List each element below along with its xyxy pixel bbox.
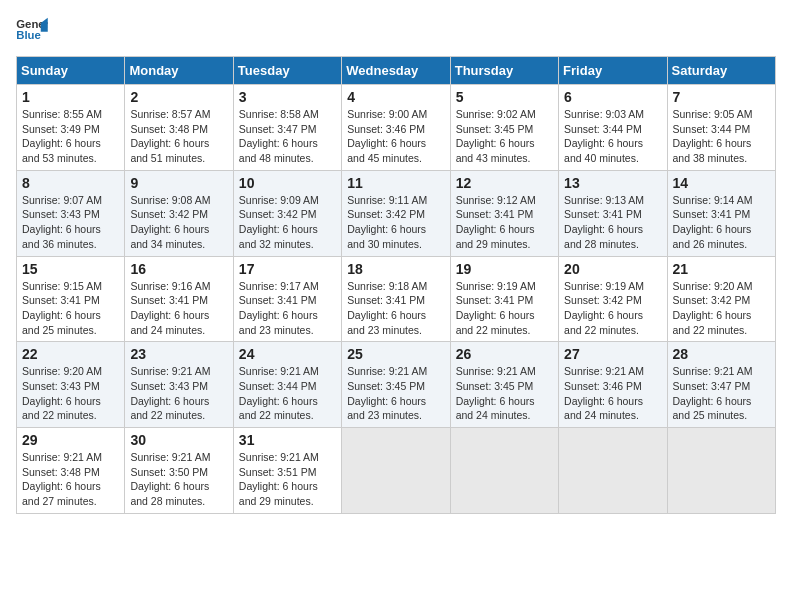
logo: General Blue <box>16 16 48 44</box>
calendar-cell: 3 Sunrise: 8:58 AM Sunset: 3:47 PM Dayli… <box>233 85 341 171</box>
calendar-cell <box>559 428 667 514</box>
day-number: 9 <box>130 175 227 191</box>
day-info: Sunrise: 9:21 AM Sunset: 3:46 PM Dayligh… <box>564 364 661 423</box>
day-info: Sunrise: 9:18 AM Sunset: 3:41 PM Dayligh… <box>347 279 444 338</box>
calendar-cell: 10 Sunrise: 9:09 AM Sunset: 3:42 PM Dayl… <box>233 170 341 256</box>
day-info: Sunrise: 9:21 AM Sunset: 3:50 PM Dayligh… <box>130 450 227 509</box>
calendar-table: SundayMondayTuesdayWednesdayThursdayFrid… <box>16 56 776 514</box>
day-number: 22 <box>22 346 119 362</box>
calendar-week-2: 8 Sunrise: 9:07 AM Sunset: 3:43 PM Dayli… <box>17 170 776 256</box>
day-number: 24 <box>239 346 336 362</box>
calendar-cell: 11 Sunrise: 9:11 AM Sunset: 3:42 PM Dayl… <box>342 170 450 256</box>
col-header-sunday: Sunday <box>17 57 125 85</box>
day-header-row: SundayMondayTuesdayWednesdayThursdayFrid… <box>17 57 776 85</box>
day-info: Sunrise: 9:14 AM Sunset: 3:41 PM Dayligh… <box>673 193 770 252</box>
day-info: Sunrise: 9:21 AM Sunset: 3:47 PM Dayligh… <box>673 364 770 423</box>
day-info: Sunrise: 9:15 AM Sunset: 3:41 PM Dayligh… <box>22 279 119 338</box>
calendar-cell: 31 Sunrise: 9:21 AM Sunset: 3:51 PM Dayl… <box>233 428 341 514</box>
calendar-cell: 30 Sunrise: 9:21 AM Sunset: 3:50 PM Dayl… <box>125 428 233 514</box>
day-number: 10 <box>239 175 336 191</box>
calendar-cell: 16 Sunrise: 9:16 AM Sunset: 3:41 PM Dayl… <box>125 256 233 342</box>
page-header: General Blue <box>16 16 776 44</box>
calendar-cell: 12 Sunrise: 9:12 AM Sunset: 3:41 PM Dayl… <box>450 170 558 256</box>
day-info: Sunrise: 8:57 AM Sunset: 3:48 PM Dayligh… <box>130 107 227 166</box>
col-header-friday: Friday <box>559 57 667 85</box>
calendar-cell: 6 Sunrise: 9:03 AM Sunset: 3:44 PM Dayli… <box>559 85 667 171</box>
day-info: Sunrise: 9:05 AM Sunset: 3:44 PM Dayligh… <box>673 107 770 166</box>
calendar-cell <box>450 428 558 514</box>
calendar-week-1: 1 Sunrise: 8:55 AM Sunset: 3:49 PM Dayli… <box>17 85 776 171</box>
calendar-cell: 28 Sunrise: 9:21 AM Sunset: 3:47 PM Dayl… <box>667 342 775 428</box>
col-header-saturday: Saturday <box>667 57 775 85</box>
day-info: Sunrise: 9:12 AM Sunset: 3:41 PM Dayligh… <box>456 193 553 252</box>
day-number: 31 <box>239 432 336 448</box>
day-number: 14 <box>673 175 770 191</box>
calendar-cell: 17 Sunrise: 9:17 AM Sunset: 3:41 PM Dayl… <box>233 256 341 342</box>
day-number: 5 <box>456 89 553 105</box>
day-number: 29 <box>22 432 119 448</box>
calendar-week-5: 29 Sunrise: 9:21 AM Sunset: 3:48 PM Dayl… <box>17 428 776 514</box>
day-number: 12 <box>456 175 553 191</box>
day-info: Sunrise: 9:21 AM Sunset: 3:48 PM Dayligh… <box>22 450 119 509</box>
calendar-cell: 1 Sunrise: 8:55 AM Sunset: 3:49 PM Dayli… <box>17 85 125 171</box>
day-number: 28 <box>673 346 770 362</box>
day-number: 25 <box>347 346 444 362</box>
day-info: Sunrise: 9:13 AM Sunset: 3:41 PM Dayligh… <box>564 193 661 252</box>
day-number: 15 <box>22 261 119 277</box>
col-header-wednesday: Wednesday <box>342 57 450 85</box>
day-number: 23 <box>130 346 227 362</box>
col-header-monday: Monday <box>125 57 233 85</box>
col-header-thursday: Thursday <box>450 57 558 85</box>
calendar-cell: 5 Sunrise: 9:02 AM Sunset: 3:45 PM Dayli… <box>450 85 558 171</box>
calendar-cell: 22 Sunrise: 9:20 AM Sunset: 3:43 PM Dayl… <box>17 342 125 428</box>
day-number: 7 <box>673 89 770 105</box>
day-info: Sunrise: 9:21 AM Sunset: 3:51 PM Dayligh… <box>239 450 336 509</box>
day-number: 6 <box>564 89 661 105</box>
calendar-cell: 9 Sunrise: 9:08 AM Sunset: 3:42 PM Dayli… <box>125 170 233 256</box>
calendar-cell: 18 Sunrise: 9:18 AM Sunset: 3:41 PM Dayl… <box>342 256 450 342</box>
calendar-week-4: 22 Sunrise: 9:20 AM Sunset: 3:43 PM Dayl… <box>17 342 776 428</box>
calendar-cell: 19 Sunrise: 9:19 AM Sunset: 3:41 PM Dayl… <box>450 256 558 342</box>
svg-text:Blue: Blue <box>16 29 41 41</box>
day-number: 8 <box>22 175 119 191</box>
calendar-cell: 27 Sunrise: 9:21 AM Sunset: 3:46 PM Dayl… <box>559 342 667 428</box>
calendar-cell: 26 Sunrise: 9:21 AM Sunset: 3:45 PM Dayl… <box>450 342 558 428</box>
day-number: 13 <box>564 175 661 191</box>
calendar-cell: 15 Sunrise: 9:15 AM Sunset: 3:41 PM Dayl… <box>17 256 125 342</box>
day-info: Sunrise: 8:55 AM Sunset: 3:49 PM Dayligh… <box>22 107 119 166</box>
day-info: Sunrise: 9:20 AM Sunset: 3:42 PM Dayligh… <box>673 279 770 338</box>
day-number: 19 <box>456 261 553 277</box>
day-info: Sunrise: 8:58 AM Sunset: 3:47 PM Dayligh… <box>239 107 336 166</box>
day-number: 11 <box>347 175 444 191</box>
day-info: Sunrise: 9:21 AM Sunset: 3:45 PM Dayligh… <box>347 364 444 423</box>
calendar-cell: 7 Sunrise: 9:05 AM Sunset: 3:44 PM Dayli… <box>667 85 775 171</box>
day-info: Sunrise: 9:03 AM Sunset: 3:44 PM Dayligh… <box>564 107 661 166</box>
day-info: Sunrise: 9:02 AM Sunset: 3:45 PM Dayligh… <box>456 107 553 166</box>
day-info: Sunrise: 9:17 AM Sunset: 3:41 PM Dayligh… <box>239 279 336 338</box>
day-info: Sunrise: 9:20 AM Sunset: 3:43 PM Dayligh… <box>22 364 119 423</box>
day-info: Sunrise: 9:19 AM Sunset: 3:41 PM Dayligh… <box>456 279 553 338</box>
day-number: 4 <box>347 89 444 105</box>
calendar-cell: 4 Sunrise: 9:00 AM Sunset: 3:46 PM Dayli… <box>342 85 450 171</box>
day-number: 3 <box>239 89 336 105</box>
calendar-week-3: 15 Sunrise: 9:15 AM Sunset: 3:41 PM Dayl… <box>17 256 776 342</box>
day-number: 26 <box>456 346 553 362</box>
day-number: 17 <box>239 261 336 277</box>
calendar-cell: 8 Sunrise: 9:07 AM Sunset: 3:43 PM Dayli… <box>17 170 125 256</box>
calendar-cell: 14 Sunrise: 9:14 AM Sunset: 3:41 PM Dayl… <box>667 170 775 256</box>
day-number: 27 <box>564 346 661 362</box>
day-number: 30 <box>130 432 227 448</box>
day-info: Sunrise: 9:16 AM Sunset: 3:41 PM Dayligh… <box>130 279 227 338</box>
calendar-cell: 2 Sunrise: 8:57 AM Sunset: 3:48 PM Dayli… <box>125 85 233 171</box>
calendar-cell: 20 Sunrise: 9:19 AM Sunset: 3:42 PM Dayl… <box>559 256 667 342</box>
day-number: 1 <box>22 89 119 105</box>
day-info: Sunrise: 9:21 AM Sunset: 3:44 PM Dayligh… <box>239 364 336 423</box>
col-header-tuesday: Tuesday <box>233 57 341 85</box>
day-info: Sunrise: 9:11 AM Sunset: 3:42 PM Dayligh… <box>347 193 444 252</box>
calendar-cell <box>667 428 775 514</box>
calendar-cell: 29 Sunrise: 9:21 AM Sunset: 3:48 PM Dayl… <box>17 428 125 514</box>
day-info: Sunrise: 9:21 AM Sunset: 3:45 PM Dayligh… <box>456 364 553 423</box>
day-info: Sunrise: 9:19 AM Sunset: 3:42 PM Dayligh… <box>564 279 661 338</box>
day-info: Sunrise: 9:08 AM Sunset: 3:42 PM Dayligh… <box>130 193 227 252</box>
day-info: Sunrise: 9:07 AM Sunset: 3:43 PM Dayligh… <box>22 193 119 252</box>
